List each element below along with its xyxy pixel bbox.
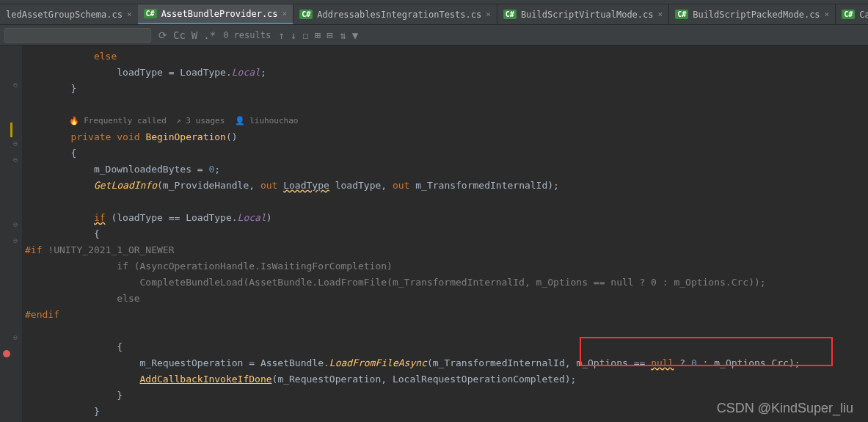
select-all-icon[interactable]: ☐ [302, 29, 308, 41]
highlight-annotation [580, 337, 833, 366]
fold-icon[interactable]: ⊖ [13, 236, 18, 244]
prev-search-icon[interactable]: ⟳ [158, 29, 167, 41]
tab-label: BuildScriptVirtualMode.cs [521, 10, 654, 20]
csharp-icon: C# [675, 10, 688, 19]
code-editor[interactable]: ⊖ ⊖ ⊖ ⊖ ⊖ ⊖ else loadType = LoadType.Loc… [0, 46, 868, 422]
close-icon[interactable]: × [127, 10, 132, 19]
tab-bar: ledAssetGroupSchema.cs × C# AssetBundleP… [0, 4, 868, 25]
tab-label: BuildScriptPackedMode.cs [693, 10, 820, 20]
close-icon[interactable]: × [282, 9, 288, 18]
code-area[interactable]: else loadType = LoadType.Local; } 🔥 Freq… [22, 46, 868, 422]
tab-label: AddressablesIntegrationTests.cs [317, 10, 481, 20]
up-icon[interactable]: ↑ [278, 29, 284, 41]
watermark: CSDN @KindSuper_liu [717, 401, 853, 416]
change-bar [10, 123, 12, 137]
results-count: 0 results [223, 30, 271, 40]
add-selection-icon[interactable]: ⊞ [315, 29, 321, 41]
search-toolbar: ⟳ Cc W .* 0 results ↑ ↓ ☐ ⊞ ⊟ ⇅ ▼ [0, 25, 868, 46]
tab-asset-bundle-provider[interactable]: C# AssetBundleProvider.cs × [138, 4, 294, 24]
csharp-icon: C# [842, 10, 855, 19]
fold-icon[interactable]: ⊖ [13, 81, 18, 89]
fold-icon[interactable]: ⊖ [13, 333, 18, 341]
tab-led-asset-group-schema[interactable]: ledAssetGroupSchema.cs × [0, 4, 138, 24]
settings-icon[interactable]: ⇅ [340, 29, 346, 41]
breakpoint-icon[interactable] [3, 350, 10, 357]
fold-icon[interactable]: ⊖ [13, 139, 18, 148]
tab-build-script-virtual-mode[interactable]: C# BuildScriptVirtualMode.cs × [497, 4, 669, 24]
fold-icon[interactable]: ⊖ [13, 156, 18, 164]
filter-icon[interactable]: ▼ [352, 29, 358, 41]
remove-selection-icon[interactable]: ⊟ [327, 29, 332, 41]
csharp-icon: C# [299, 10, 313, 19]
tab-build-script-packed-mode[interactable]: C# BuildScriptPackedMode.cs × [669, 4, 836, 24]
case-sensitive-icon[interactable]: Cc [173, 29, 186, 41]
down-icon[interactable]: ↓ [291, 29, 296, 41]
close-icon[interactable]: × [825, 10, 830, 19]
fold-icon[interactable]: ⊖ [13, 220, 18, 228]
close-icon[interactable]: × [486, 10, 491, 19]
tab-addressables-integration-tests[interactable]: C# AddressablesIntegrationTests.cs × [293, 4, 497, 24]
tab-label: ledAssetGroupSchema.cs [6, 10, 123, 20]
tab-label: AssetBundleProvider.cs [161, 9, 278, 19]
gutter[interactable]: ⊖ ⊖ ⊖ ⊖ ⊖ ⊖ [0, 46, 22, 422]
close-icon[interactable]: × [658, 10, 663, 19]
search-input[interactable] [4, 28, 151, 43]
word-icon[interactable]: W [192, 29, 197, 41]
csharp-icon: C# [144, 9, 157, 18]
code-line: else [25, 51, 117, 62]
tab-label: Caching.cs [859, 10, 868, 20]
regex-icon[interactable]: .* [203, 29, 216, 41]
csharp-icon: C# [503, 10, 517, 19]
tab-caching[interactable]: C# Caching.cs × [836, 4, 868, 24]
